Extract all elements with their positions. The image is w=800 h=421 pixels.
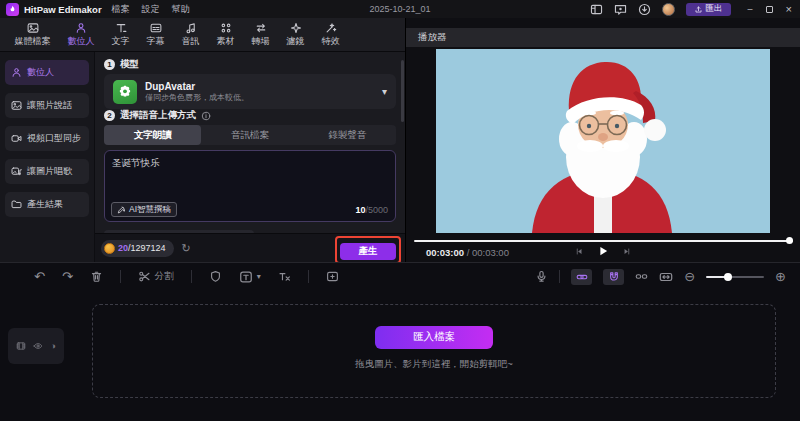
tab-text-to-speech[interactable]: 文字朗讀: [104, 125, 201, 145]
tab-transition[interactable]: 轉場: [243, 22, 278, 48]
tab-digital-human[interactable]: 數位人: [59, 22, 103, 48]
dropzone-hint: 拖曳圖片、影片到這裡，開始剪輯吧~: [355, 358, 513, 371]
import-files-button[interactable]: 匯入檔案: [375, 326, 493, 349]
voice-method-tabs: 文字朗讀 音訊檔案 錄製聲音: [104, 125, 396, 145]
feedback-icon[interactable]: [614, 3, 627, 16]
link-clips-button[interactable]: [571, 269, 592, 285]
export-label: 匯出: [706, 3, 723, 15]
text-style-button[interactable]: ▾: [239, 270, 261, 284]
tab-record-voice[interactable]: 錄製聲音: [299, 125, 396, 145]
app-logo: [6, 3, 19, 16]
layout-panels-icon[interactable]: [590, 3, 603, 16]
slider-handle[interactable]: [724, 273, 732, 281]
magic-wand-icon: [325, 22, 337, 34]
script-text-value: 圣诞节快乐: [112, 156, 388, 196]
tab-assets[interactable]: 素材: [208, 22, 243, 48]
download-icon[interactable]: [638, 3, 651, 16]
lock-contrast-icon[interactable]: ◑: [50, 342, 55, 351]
time-display: 00:03:00 / 00:03:00: [426, 247, 509, 258]
clear-text-style-button[interactable]: [278, 270, 291, 283]
media-dropzone[interactable]: 匯入檔案 拖曳圖片、影片到這裡，開始剪輯吧~: [92, 304, 776, 398]
photo-music-icon: [11, 166, 22, 177]
santa-video-frame: [436, 49, 770, 233]
player-title: 播放器: [418, 31, 447, 44]
close-button[interactable]: ×: [786, 3, 792, 15]
slider-track: [728, 276, 764, 278]
user-avatar[interactable]: [662, 3, 675, 16]
previous-frame-icon[interactable]: [575, 247, 584, 256]
split-button[interactable]: 分割: [138, 270, 174, 283]
zoom-out-button[interactable]: ⊖: [684, 270, 695, 283]
tab-subtitle[interactable]: 字幕: [138, 22, 173, 48]
freeze-frame-button[interactable]: [326, 270, 339, 283]
tab-filter[interactable]: 濾鏡: [278, 22, 313, 48]
script-textarea[interactable]: 圣诞节快乐 AI智慧撰稿 10/5000: [104, 150, 396, 222]
shield-icon: [209, 270, 222, 283]
chevron-down-icon[interactable]: ▾: [382, 86, 387, 97]
titlebar: HitPaw Edimakor 檔案 設定 幫助 2025-10-21_01 匯…: [0, 0, 800, 18]
tab-effects[interactable]: 特效: [313, 22, 348, 48]
step2-header: 2 選擇語音上傳方式: [104, 109, 211, 122]
sidebar-item-results[interactable]: 產生結果: [5, 192, 89, 217]
fit-timeline-button[interactable]: [659, 270, 673, 284]
ribbon-tabbar: 媒體檔案 數位人 文字 字幕 音訊 素材 轉場 濾鏡 特效: [0, 18, 405, 52]
generate-button[interactable]: 產生: [340, 243, 396, 260]
zoom-in-button[interactable]: ⊕: [775, 270, 786, 283]
undo-button[interactable]: ↶: [34, 269, 45, 284]
transport-controls: [575, 245, 631, 257]
next-frame-icon[interactable]: [622, 247, 631, 256]
info-icon[interactable]: [201, 111, 211, 121]
photo-icon: [11, 100, 22, 111]
timeline-toolbar-right: ⊖ ⊕: [535, 269, 786, 285]
mask-button[interactable]: [209, 270, 222, 283]
refresh-icon[interactable]: ↻: [182, 242, 191, 255]
model-selector[interactable]: DupAvatar 僅同步角色唇形，成本較低。 ▾: [104, 74, 396, 109]
menu-help[interactable]: 幫助: [172, 3, 190, 16]
credits-bar: 20/1297124 ↻ 產生: [95, 233, 405, 262]
credits-balance[interactable]: 20/1297124: [101, 240, 174, 257]
timeline-toolbar: ↶ ↷ 分割 ▾ ⊖: [0, 263, 800, 290]
panel-scrollbar[interactable]: [401, 60, 404, 122]
window-controls: – ×: [748, 3, 792, 15]
export-icon: [694, 5, 703, 14]
timeline-zoom-slider[interactable]: [706, 273, 764, 281]
step1-number: 1: [104, 59, 115, 70]
sidebar-item-photo-sing[interactable]: 讓圖片唱歌: [5, 159, 89, 184]
export-button[interactable]: 匯出: [686, 3, 731, 16]
unlink-button[interactable]: [635, 270, 648, 283]
sidebar-item-video-lipsync[interactable]: 視頻口型同步: [5, 126, 89, 151]
tab-audio[interactable]: 音訊: [173, 22, 208, 48]
menu-file[interactable]: 檔案: [112, 3, 130, 16]
tab-audio-file[interactable]: 音訊檔案: [201, 125, 298, 145]
film-track-icon[interactable]: [16, 341, 26, 351]
minimize-button[interactable]: –: [748, 4, 753, 14]
grid-icon: [220, 22, 232, 34]
person-icon: [75, 22, 87, 34]
link-icon: [576, 271, 588, 283]
magnet-snap-button[interactable]: [603, 269, 624, 285]
record-voiceover-button[interactable]: [535, 270, 548, 283]
credits-total: /1297124: [128, 243, 166, 253]
redo-button[interactable]: ↷: [62, 269, 73, 284]
progress-line: [414, 240, 793, 242]
delete-button[interactable]: [90, 270, 103, 283]
progress-handle[interactable]: [786, 237, 793, 244]
tab-text[interactable]: 文字: [103, 22, 138, 48]
maximize-button[interactable]: [766, 6, 773, 13]
frame-add-icon: [326, 270, 339, 283]
playback-progress-bar[interactable]: [414, 237, 793, 244]
ai-writer-button[interactable]: AI智慧撰稿: [111, 202, 177, 217]
eye-visibility-icon[interactable]: [33, 341, 43, 351]
play-icon[interactable]: [597, 245, 609, 257]
microphone-icon: [535, 270, 548, 283]
track-header: ◑: [8, 328, 64, 364]
magnet-icon: [608, 271, 620, 283]
media-icon: [27, 22, 39, 34]
sidebar-item-photo-talk[interactable]: 讓照片說話: [5, 93, 89, 118]
video-preview[interactable]: [436, 49, 770, 233]
sidebar-item-digital-human[interactable]: 數位人: [5, 60, 89, 85]
app-title: HitPaw Edimakor: [24, 4, 102, 15]
menu-settings[interactable]: 設定: [142, 3, 160, 16]
toolbar-divider: [308, 270, 309, 283]
tab-media[interactable]: 媒體檔案: [6, 22, 59, 48]
